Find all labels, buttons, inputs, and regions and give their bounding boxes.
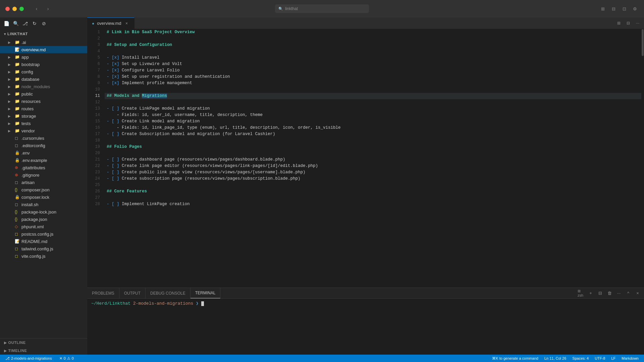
search-bar[interactable]: 🔍 linkthat bbox=[275, 4, 369, 13]
line-num-15: 15 bbox=[87, 118, 105, 125]
sidebar-item-database[interactable]: ▶ 📁 database bbox=[0, 75, 87, 83]
layout-icon-2[interactable]: ⊟ bbox=[610, 5, 617, 12]
back-button[interactable]: ‹ bbox=[32, 5, 41, 12]
status-line-ending[interactable]: LF bbox=[610, 356, 617, 360]
code-line-21: - [ ] Create dashboard page (resources/v… bbox=[105, 157, 641, 163]
sidebar-item-install-sh[interactable]: ◻ install.sh bbox=[0, 201, 87, 208]
sidebar-item-app[interactable]: ▶ 📁 app bbox=[0, 53, 87, 61]
minimize-button[interactable] bbox=[12, 7, 17, 11]
terminal-content[interactable]: ~/Herd/Linkthat 2-models-and-migrations … bbox=[87, 299, 644, 355]
sidebar-item-gitattributes[interactable]: ⊕ .gitattributes bbox=[0, 164, 87, 171]
tab-problems[interactable]: PROBLEMS bbox=[87, 288, 119, 298]
code-area[interactable]: # Link in Bio SaaS Project Overview ## S… bbox=[105, 29, 641, 288]
sidebar-item-phpunit-xml[interactable]: ◇ phpunit.xml bbox=[0, 223, 87, 230]
sidebar-item-routes[interactable]: ▶ 📁 routes bbox=[0, 105, 87, 112]
status-errors[interactable]: ✕ 0 ⚠ 0 bbox=[58, 355, 75, 362]
code-line-26: ## Core Features bbox=[105, 188, 641, 195]
sidebar-chevron: ▾ bbox=[4, 32, 6, 36]
sidebar-item-resources[interactable]: ▶ 📁 resources bbox=[0, 98, 87, 105]
tab-close-button[interactable]: × bbox=[124, 21, 129, 26]
terminal-path: ~/Herd/Linkthat bbox=[91, 301, 130, 306]
terminal-tabs-right: ⊞ zsh + ⊟ 🗑 ··· ^ × bbox=[575, 288, 644, 298]
sidebar-item-package-json[interactable]: {} package.json bbox=[0, 216, 87, 223]
spaces-text: Spaces: 4 bbox=[572, 356, 589, 360]
sidebar-item-gitignore[interactable]: ⊕ .gitignore bbox=[0, 171, 87, 179]
layout-icon-3[interactable]: ⊡ bbox=[621, 5, 628, 12]
editor-layout-icon[interactable]: ⊟ bbox=[625, 19, 632, 27]
status-branch[interactable]: ⎇ 2-models-and-migrations bbox=[4, 355, 53, 362]
status-encoding[interactable]: UTF-8 bbox=[593, 356, 606, 360]
line-num-14: 14 bbox=[87, 112, 105, 118]
sidebar-title[interactable]: ▾ LINKTHAT bbox=[0, 29, 87, 39]
sidebar-item-public[interactable]: ▶ 📁 public bbox=[0, 90, 87, 98]
editor-area: ● overview.md × ⊞ ⊟ ··· 1 2 3 4 5 6 bbox=[87, 17, 644, 355]
refresh-icon[interactable]: ↻ bbox=[31, 20, 38, 27]
chevron-icon: ▶ bbox=[8, 41, 13, 44]
more-actions-icon[interactable]: ··· bbox=[634, 19, 641, 27]
sidebar-item-editorconfig[interactable]: ◻ .editorconfig bbox=[0, 142, 87, 149]
add-terminal-icon[interactable]: + bbox=[587, 290, 594, 297]
terminal-cursor bbox=[201, 301, 204, 306]
sidebar-item-readme-md[interactable]: 📝 README.md bbox=[0, 238, 87, 245]
sidebar-item-tailwind-config[interactable]: ◻ tailwind.config.js bbox=[0, 245, 87, 252]
split-terminal-icon[interactable]: ⊟ bbox=[596, 290, 604, 297]
status-spaces[interactable]: Spaces: 4 bbox=[571, 356, 590, 360]
new-file-icon[interactable]: 📄 bbox=[3, 20, 10, 27]
tab-overview-md[interactable]: ● overview.md × bbox=[87, 17, 135, 29]
sidebar-item-storage[interactable]: ▶ 📁 storage bbox=[0, 112, 87, 120]
chevron-icon: ▶ bbox=[8, 63, 13, 66]
status-line-col[interactable]: Ln 11, Col 26 bbox=[543, 356, 568, 360]
scrollbar-thumb[interactable] bbox=[642, 29, 644, 56]
line-num-6: 6 bbox=[87, 61, 105, 67]
sidebar-item-node-modules[interactable]: ▶ 📁 node_modules bbox=[0, 83, 87, 90]
sidebar-item-env-example[interactable]: 🔒 .env.example bbox=[0, 157, 87, 164]
traffic-lights bbox=[5, 7, 24, 11]
close-button[interactable] bbox=[5, 7, 10, 11]
line-num-24: 24 bbox=[87, 176, 105, 182]
sidebar-item-bootstrap[interactable]: ▶ 📁 bootstrap bbox=[0, 61, 87, 68]
sidebar-item-env[interactable]: 🔒 .env bbox=[0, 149, 87, 157]
chevron-icon: ▶ bbox=[8, 122, 13, 125]
scrollbar[interactable] bbox=[641, 29, 644, 288]
maximize-terminal-icon[interactable]: ^ bbox=[625, 290, 632, 297]
sidebar-item-vendor[interactable]: ▶ 📁 vendor bbox=[0, 127, 87, 134]
code-line-15: - [ ] Create Link model and migration bbox=[105, 118, 641, 125]
source-control-icon[interactable]: ⎇ bbox=[21, 20, 29, 27]
error-icon: ✕ bbox=[59, 356, 62, 361]
sidebar-item-overview-md[interactable]: 📝 overview.md bbox=[0, 46, 87, 53]
code-line-17: - [ ] Create Subscription model and migr… bbox=[105, 131, 641, 137]
sidebar-item-composer-lock[interactable]: 🔒 composer.lock bbox=[0, 193, 87, 201]
sidebar-item-cursorrules[interactable]: ◻ .cursorrules bbox=[0, 134, 87, 142]
split-editor-icon[interactable]: ⊞ bbox=[615, 19, 623, 27]
code-line-27 bbox=[105, 195, 641, 201]
sidebar-item-ai[interactable]: ▶ 📁 .ai bbox=[0, 39, 87, 46]
collapse-icon[interactable]: ⊘ bbox=[40, 20, 48, 27]
tab-output[interactable]: OUTPUT bbox=[119, 288, 146, 298]
status-language[interactable]: Markdown bbox=[620, 356, 640, 360]
sidebar-item-package-lock-json[interactable]: {} package-lock.json bbox=[0, 208, 87, 216]
more-terminal-icon[interactable]: ··· bbox=[615, 290, 623, 297]
close-terminal-icon[interactable]: × bbox=[634, 290, 641, 297]
layout-icon-1[interactable]: ⊞ bbox=[599, 5, 606, 12]
outline-section[interactable]: ▶ OUTLINE bbox=[0, 339, 87, 347]
sidebar-item-vite-config[interactable]: ◻ vite.config.js bbox=[0, 252, 87, 260]
folder-icon: 📁 bbox=[15, 55, 20, 59]
forward-button[interactable]: › bbox=[43, 5, 53, 12]
sidebar-item-artisan[interactable]: ◻ artisan bbox=[0, 179, 87, 186]
code-line-10 bbox=[105, 86, 641, 93]
sidebar-item-postcss-config[interactable]: ◻ postcss.config.js bbox=[0, 230, 87, 238]
sidebar-item-composer-json[interactable]: {} composer.json bbox=[0, 186, 87, 193]
tab-debug-console[interactable]: DEBUG CONSOLE bbox=[146, 288, 191, 298]
search-sidebar-icon[interactable]: 🔍 bbox=[12, 20, 19, 27]
fullscreen-button[interactable] bbox=[19, 7, 24, 11]
timeline-section[interactable]: ▶ TIMELINE bbox=[0, 347, 87, 355]
tab-terminal[interactable]: TERMINAL bbox=[191, 288, 221, 298]
settings-icon[interactable]: ⚙ bbox=[631, 5, 639, 12]
line-num-21: 21 bbox=[87, 157, 105, 163]
sidebar-item-config[interactable]: ▶ 📁 config bbox=[0, 68, 87, 75]
json-icon: {} bbox=[15, 209, 20, 214]
line-num-11: 11 bbox=[87, 93, 105, 99]
json-icon: {} bbox=[15, 187, 20, 192]
trash-terminal-icon[interactable]: 🗑 bbox=[606, 290, 613, 297]
sidebar-item-tests[interactable]: ▶ 📁 tests bbox=[0, 120, 87, 127]
